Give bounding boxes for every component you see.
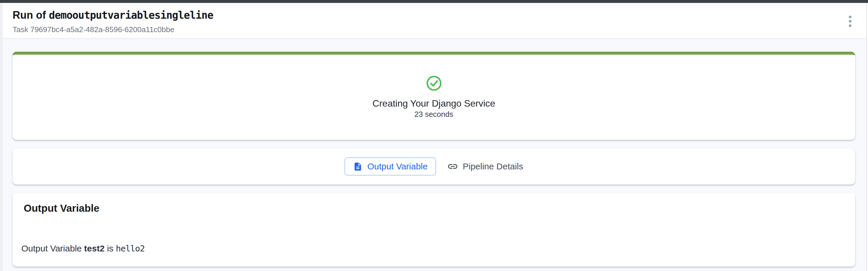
- tab-bar-card: Output Variable Pipeline Details: [12, 148, 855, 184]
- right-scrollbar-track[interactable]: [866, 3, 868, 271]
- tab-pipeline-details[interactable]: Pipeline Details: [447, 161, 523, 172]
- link-icon: [447, 161, 458, 172]
- output-variable-line: Output Variable test2 is hello2: [21, 243, 843, 254]
- tab-output-variable-label: Output Variable: [367, 162, 428, 171]
- output-variable-value: hello2: [116, 243, 145, 253]
- run-title-prefix: Run of: [12, 9, 49, 21]
- kebab-menu-icon: [848, 15, 852, 28]
- output-line-middle: is: [105, 243, 116, 253]
- run-title-name: demooutputvariablesingleline: [49, 9, 213, 21]
- output-variable-name: test2: [84, 243, 105, 253]
- more-options-button[interactable]: [843, 14, 857, 28]
- output-line-prefix: Output Variable: [21, 243, 84, 253]
- page-header: Run of demooutputvariablesingleline Task…: [0, 3, 868, 39]
- status-card: Creating Your Django Service 23 seconds: [12, 52, 855, 140]
- output-variable-card: Output Variable Output Variable test2 is…: [12, 193, 855, 267]
- run-title: Run of demooutputvariablesingleline: [12, 9, 868, 21]
- window-top-edge: [0, 0, 868, 3]
- tab-output-variable[interactable]: Output Variable: [344, 158, 436, 175]
- left-scrollbar-track: [0, 3, 3, 271]
- status-duration: 23 seconds: [414, 109, 453, 119]
- tab-pipeline-details-label: Pipeline Details: [463, 162, 523, 171]
- document-icon: [353, 162, 363, 171]
- success-check-icon: [426, 75, 442, 91]
- output-variable-heading: Output Variable: [24, 202, 843, 214]
- task-id: Task 79697bc4-a5a2-482a-8596-6200a11c0bb…: [12, 25, 868, 34]
- status-title: Creating Your Django Service: [373, 98, 495, 109]
